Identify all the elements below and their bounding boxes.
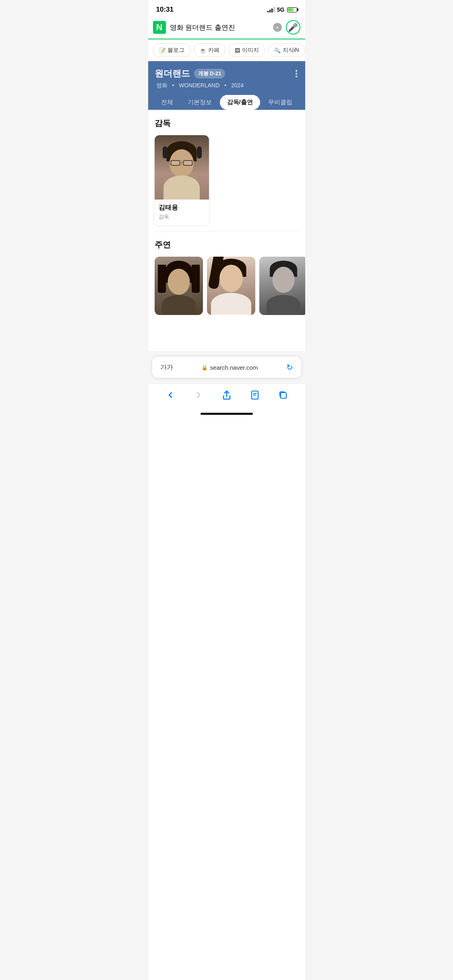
nav-tab-clip[interactable]: 무비클립 — [262, 95, 299, 110]
director-section-title: 감독 — [155, 118, 299, 129]
director-card[interactable]: 김태용 감독 — [155, 135, 209, 225]
movie-nav-tabs: 전체 기본정보 감독/출연 무비클립 포토 — [155, 95, 299, 110]
lock-icon: 🔒 — [201, 364, 208, 371]
signal-bar-1 — [267, 11, 269, 12]
browser-bar-wrapper: 가가 🔒 search.naver.com ↻ — [148, 351, 305, 383]
filter-tab-image-label: 이미지 — [242, 47, 259, 54]
more-dot-1 — [296, 70, 297, 72]
movie-panel: 원더랜드 개봉 D-21 영화 • WONDERLAND • 2024 전체 기… — [148, 61, 305, 110]
content-area: 감독 — [148, 110, 305, 351]
battery-body: ⚡ — [287, 7, 297, 12]
director-glasses — [171, 160, 193, 166]
movie-year: 2024 — [231, 82, 244, 89]
search-input-area[interactable]: 영화 원더랜드 출연진 — [170, 23, 269, 32]
phone-wrapper: 10:31 5G ⚡ N 영화 원더랜드 출연진 × 🎤 — [148, 0, 305, 980]
filter-tab-image[interactable]: 🖼 이미지 — [229, 43, 265, 57]
director-body — [163, 175, 200, 200]
headphone-left — [163, 146, 168, 159]
filter-tab-blog[interactable]: 📝 블로그 — [153, 43, 190, 57]
cast-section-title: 주연 — [155, 239, 299, 250]
signal-bar-4 — [273, 7, 275, 12]
movie-type: 영화 — [156, 82, 168, 89]
filter-tab-knowledge[interactable]: 🔍 지식iN — [268, 43, 305, 57]
nav-tab-info[interactable]: 기본정보 — [181, 95, 218, 110]
more-menu-button[interactable] — [294, 68, 299, 79]
knowledge-icon: 🔍 — [274, 47, 281, 54]
cast-section: 주연 — [148, 231, 305, 250]
share-button[interactable] — [219, 389, 234, 401]
status-bar: 10:31 5G ⚡ — [148, 0, 305, 17]
signal-bars-icon — [267, 7, 275, 12]
battery-icon: ⚡ — [287, 7, 297, 12]
cast-row — [148, 257, 305, 321]
browser-bar: 가가 🔒 search.naver.com ↻ — [152, 357, 301, 378]
cast-image-3 — [259, 257, 305, 315]
home-indicator — [148, 410, 305, 416]
movie-title-en: WONDERLAND — [179, 82, 219, 89]
cast-card-3[interactable] — [259, 257, 305, 315]
director-section: 감독 — [148, 110, 305, 231]
cast-image-2 — [207, 257, 255, 315]
svg-rect-1 — [281, 393, 286, 398]
filter-tab-cafe[interactable]: ☕ 카페 — [194, 43, 225, 57]
cafe-icon: ☕ — [200, 47, 206, 54]
filter-tabs-row: 📝 블로그 ☕ 카페 🖼 이미지 🔍 지식iN — [148, 39, 305, 61]
font-size-control[interactable]: 가가 — [160, 363, 173, 372]
filter-tab-knowledge-label: 지식iN — [283, 47, 299, 54]
cast-card-1[interactable] — [155, 257, 203, 315]
movie-header: 원더랜드 개봉 D-21 — [155, 68, 299, 80]
movie-main-title: 원더랜드 — [155, 68, 190, 80]
nav-tab-all[interactable]: 전체 — [155, 95, 180, 110]
search-query-text: 영화 원더랜드 출연진 — [170, 23, 235, 32]
search-actions: × 🎤 — [273, 20, 300, 35]
signal-bar-2 — [269, 10, 271, 12]
nav-tab-cast[interactable]: 감독/출연 — [220, 95, 260, 110]
movie-title-row: 원더랜드 개봉 D-21 — [155, 68, 225, 80]
dday-badge: 개봉 D-21 — [194, 69, 225, 78]
browser-url: search.naver.com — [210, 364, 258, 371]
search-clear-button[interactable]: × — [273, 23, 282, 32]
browser-url-container[interactable]: 🔒 search.naver.com — [177, 364, 282, 371]
cast-image-1 — [155, 257, 203, 315]
back-button[interactable] — [163, 389, 178, 401]
status-time: 10:31 — [156, 6, 174, 14]
tabs-button[interactable] — [275, 389, 291, 401]
cast-card-2[interactable] — [207, 257, 255, 315]
signal-bar-3 — [271, 8, 273, 12]
headphone-right — [197, 146, 202, 159]
voice-search-button[interactable]: 🎤 — [286, 20, 300, 35]
director-card-info: 김태용 감독 — [155, 200, 209, 225]
filter-tab-blog-label: 블로그 — [168, 47, 184, 54]
status-icons: 5G ⚡ — [267, 6, 297, 13]
forward-button[interactable] — [191, 389, 206, 401]
home-bar — [201, 413, 253, 415]
subtitle-dot-1: • — [172, 82, 176, 89]
filter-tab-cafe-label: 카페 — [208, 47, 219, 54]
image-icon: 🖼 — [235, 47, 240, 54]
director-image — [155, 135, 209, 200]
network-type: 5G — [277, 6, 285, 13]
more-dot-2 — [296, 73, 297, 74]
naver-logo: N — [153, 21, 166, 34]
movie-subtitle: 영화 • WONDERLAND • 2024 — [155, 82, 299, 89]
subtitle-dot-2: • — [224, 82, 228, 89]
more-dot-3 — [296, 76, 297, 77]
blog-icon: 📝 — [159, 47, 165, 54]
bottom-nav — [148, 383, 305, 410]
refresh-button[interactable]: ↻ — [286, 362, 293, 372]
search-bar: N 영화 원더랜드 출연진 × 🎤 — [148, 17, 305, 39]
director-name: 김태용 — [159, 204, 205, 212]
director-role: 감독 — [159, 213, 205, 220]
bookmarks-button[interactable] — [247, 389, 263, 401]
